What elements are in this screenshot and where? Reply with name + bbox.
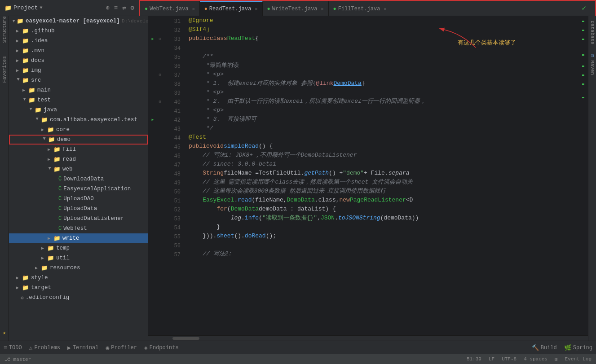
folder-icon: 📁 [4,4,12,12]
arrow-icon: ▶ [16,285,21,290]
profiler-item[interactable]: ◉ Profiler [106,344,137,351]
tab-close-writetest[interactable]: ✕ [321,6,324,12]
sidebar-label-github: .github [31,28,55,34]
top-action-1[interactable]: ⊕ [106,4,109,12]
scrollbar-thumb-h [172,337,199,340]
gutter-mark [582,21,584,22]
tab-close-webtest[interactable]: ✕ [192,6,195,12]
sidebar-item-src[interactable]: ▶ 📁 src [9,75,148,85]
folder-icon: 📁 [22,67,29,74]
code-token: ( [227,205,231,214]
endpoints-item[interactable]: ◈ Endpoints [144,344,179,351]
indent-setting[interactable]: 4 spaces [524,356,547,362]
git-branch[interactable]: ⎇ master [4,356,31,362]
sidebar-item-uploaddao[interactable]: C UploadDAO [9,194,148,204]
code-token: })). [189,232,216,241]
sidebar-item-mvn[interactable]: ▶ 📁 .mvn [9,46,148,56]
sidebar-item-webtest[interactable]: C WebTest [9,224,148,233]
build-item[interactable]: 🔨 Build [532,344,557,351]
folder-icon: 📁 [28,96,35,104]
sidebar-item-uploaddata[interactable]: C UploadData [9,204,148,214]
top-action-2[interactable]: ≡ [114,4,118,12]
code-token: TestFileUtil. [259,169,304,178]
arrow-icon: ▶ [48,147,52,152]
code-token: } [362,79,365,88]
sidebar-item-fill[interactable]: ▶ 📁 fill [9,145,148,154]
todo-item[interactable]: ≡ TODO [4,344,22,351]
sidebar-item-com-alibaba[interactable]: ▶ 📁 com.alibaba.easyexcel.test [9,115,148,125]
bottom-toolbar: ≡ TODO ⚠ Problems ▶ Terminal ◉ Profiler … [0,341,596,354]
folder-icon: 📁 [41,264,48,272]
fold-icon[interactable]: ⊟ [159,37,161,41]
sidebar-item-style[interactable]: ▶ 📁 style [9,273,148,283]
sidebar-item-resources[interactable]: ▶ 📁 resources [9,263,148,273]
code-line-40: * 2. 由于默认一行行的读取excel，所以需要创建excel一行一行的回调监… [189,97,588,106]
tab-writetest[interactable]: ● WriteTest.java ✕ [263,1,329,16]
folder-icon: 📁 [35,106,42,114]
fold-icon-3[interactable]: ⊟ [159,100,161,104]
code-token: */ [189,124,213,133]
sidebar-item-docs[interactable]: ▶ 📁 docs [9,56,148,66]
folder-icon: 📁 [53,235,61,242]
endpoints-label: Endpoints [150,345,179,351]
sidebar-item-read[interactable]: ▶ 📁 read [9,154,148,164]
sidebar-item-downloaddata[interactable]: C DownloadData [9,174,148,184]
sidebar-item-util[interactable]: ▶ 📁 util [9,253,148,263]
spring-item[interactable]: 🌿 Spring [564,344,592,351]
problems-item[interactable]: ⚠ Problems [29,344,60,351]
code-token: * 2. 由于默认一行行的读取excel，所以需要创建excel一行一行的回调监… [189,97,426,106]
sidebar-label-read: read [62,156,76,162]
tab-close-filltest[interactable]: ✕ [384,6,386,12]
run-icon-2[interactable]: ▶ [152,118,154,122]
tab-webtest[interactable]: ● WebTest.java ✕ [140,1,200,16]
favorites-star-icon[interactable]: ★ [3,329,6,336]
gutter-marks-right [582,16,584,98]
left-panel-structure[interactable]: Structure [2,16,7,43]
sidebar-item-main[interactable]: ▶ 📁 main [9,85,148,95]
sidebar-item-target[interactable]: ▶ 📁 target [9,283,148,293]
cursor-position[interactable]: 51:39 [467,356,481,362]
left-panel-favorites[interactable]: Favorites [2,56,7,83]
sidebar-item-temp[interactable]: ▶ 📁 temp [9,243,148,253]
sidebar-item-editorconfig[interactable]: ⚙ .editorconfig [9,293,148,303]
sidebar-item-idea[interactable]: ▶ 📁 .idea [9,36,148,46]
arrow-icon: ▶ [42,137,47,142]
gutter-mark [582,54,584,56]
sidebar-item-web[interactable]: ▶ 📁 web [9,164,148,174]
sidebar-item-img[interactable]: ▶ 📁 img [9,66,148,75]
code-token: . [234,196,238,205]
code-token: read [238,196,252,205]
sidebar-label-src: src [31,77,41,83]
line-ending[interactable]: LF [489,356,494,362]
class-icon: C [58,196,62,202]
tab-filltest[interactable]: ● FillTest.java ✕ [329,1,392,16]
right-panel-database[interactable]: Database [589,18,596,47]
sidebar-item-test[interactable]: ▶ 📁 test [9,95,148,105]
event-log[interactable]: Event Log [565,356,592,362]
sidebar-item-demo[interactable]: ▶ 📁 demo [9,135,148,145]
tab-readtest[interactable]: ● ReadTest.java ✕ [200,1,263,16]
sidebar-item-github[interactable]: ▶ 📁 .github [9,26,148,36]
sidebar-item-java[interactable]: ▶ 📁 java [9,105,148,115]
tab-close-readtest[interactable]: ✕ [255,6,257,12]
sidebar-item-uploaddatalistener[interactable]: C UploadDataListener [9,214,148,224]
sidebar-item-root[interactable]: ▶ 📁 easyexcel-master [easyexcel] D:\deve… [9,16,148,26]
terminal-item[interactable]: ▶ Terminal [67,344,98,351]
arrow-icon: ▶ [48,236,52,241]
sidebar-item-write[interactable]: ▶ 📁 write [9,233,148,243]
run-icon[interactable]: ▶ [152,37,154,41]
sidebar-item-core[interactable]: ▶ 📁 core [9,125,148,135]
horizontal-scrollbar[interactable] [148,335,588,341]
right-panel-maven[interactable]: m Maven [589,52,596,78]
code-token: void [210,142,224,151]
tab-label-writetest: WriteTest.java [272,6,318,12]
code-token: <D [406,196,413,205]
sidebar-label-downloaddata: DownloadData [63,176,104,182]
code-token: * <p> [189,70,224,79]
sidebar-item-easyexcelapplication[interactable]: C EasyexcelApplication [9,184,148,194]
top-action-3[interactable]: ⇄ [122,4,126,12]
encoding[interactable]: UTF-8 [502,356,517,362]
fold-icon-2[interactable]: ⊟ [159,73,161,77]
arrow-icon: ▶ [41,246,46,251]
top-action-4[interactable]: ⚙ [131,4,134,12]
